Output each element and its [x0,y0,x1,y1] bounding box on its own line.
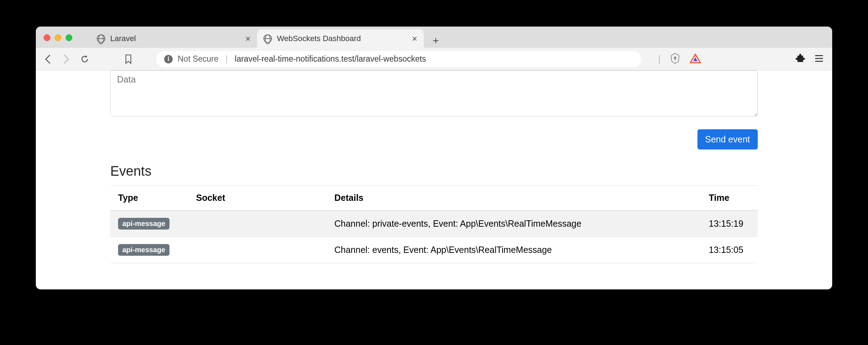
tabs-container: Laravel × WebSockets Dashboard × + [90,27,443,48]
tab-laravel[interactable]: Laravel × [90,29,257,48]
column-type: Type [110,186,188,211]
back-button[interactable] [44,54,52,64]
events-heading: Events [110,164,758,179]
close-icon[interactable]: × [412,33,417,44]
send-event-button[interactable]: Send event [697,129,758,149]
brave-shield-icon[interactable] [670,53,680,66]
tab-websockets-dashboard[interactable]: WebSockets Dashboard × [257,29,424,48]
cell-details: Channel: events, Event: App\Events\RealT… [327,237,701,263]
minimize-window-button[interactable] [55,34,61,41]
bat-icon[interactable] [690,53,701,65]
toolbar-right: | [658,53,824,66]
data-textarea[interactable] [110,70,758,117]
separator: | [658,53,661,64]
globe-icon [97,34,105,43]
cell-socket [188,210,327,237]
cell-details: Channel: private-events, Event: App\Even… [327,210,701,237]
forward-button[interactable] [62,54,70,64]
reload-button[interactable] [80,54,90,64]
cell-socket [188,237,327,263]
tab-title: WebSockets Dashboard [277,34,361,43]
cell-time: 13:15:05 [701,237,758,263]
new-tab-button[interactable]: + [429,34,443,48]
column-time: Time [701,186,758,211]
table-row: api-message Channel: events, Event: App\… [110,237,758,263]
window-controls [44,34,72,41]
close-window-button[interactable] [44,34,50,41]
type-badge: api-message [118,244,169,256]
page-content: Send event Events Type Socket Details Ti… [36,70,832,289]
close-icon[interactable]: × [245,33,251,44]
browser-window: Laravel × WebSockets Dashboard × + i Not… [36,27,832,289]
menu-icon[interactable] [814,54,824,64]
table-header-row: Type Socket Details Time [110,186,758,211]
extensions-icon[interactable] [795,53,805,65]
cell-type: api-message [110,210,188,237]
type-badge: api-message [118,218,169,230]
send-row: Send event [110,129,758,149]
toolbar: i Not Secure | laravel-real-time-notific… [36,48,832,70]
address-bar[interactable]: i Not Secure | laravel-real-time-notific… [156,51,641,67]
cell-time: 13:15:19 [701,210,758,237]
separator: | [223,54,230,64]
events-table: Type Socket Details Time api-message Cha… [110,185,758,263]
tab-bar: Laravel × WebSockets Dashboard × + [36,27,832,48]
table-row: api-message Channel: private-events, Eve… [110,210,758,237]
globe-icon [263,34,272,43]
maximize-window-button[interactable] [66,34,72,41]
column-socket: Socket [188,186,327,211]
cell-type: api-message [110,237,188,263]
bookmark-icon[interactable] [124,54,132,64]
column-details: Details [327,186,701,211]
not-secure-icon: i [164,55,173,63]
tab-title: Laravel [110,34,136,43]
url-text: laravel-real-time-notifications.test/lar… [235,54,426,64]
security-label: Not Secure [178,54,218,64]
